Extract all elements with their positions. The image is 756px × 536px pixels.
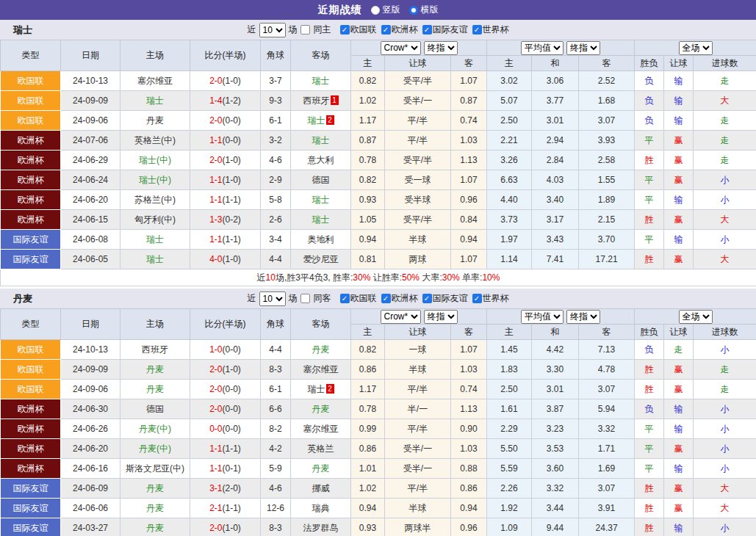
away-team-cell: 德国	[291, 170, 351, 190]
match-row: 欧国联24-10-13西班牙1-0(0-0)4-4丹麦0.82一球1.071.4…	[1, 340, 756, 360]
avg-draw-cell: 3.01	[532, 380, 579, 399]
league-checkbox-2[interactable]: 国际友谊	[422, 23, 468, 36]
type-cell: 欧洲杯	[1, 419, 61, 439]
checkbox-icon[interactable]	[472, 294, 482, 303]
view-option-horizontal[interactable]: 横版	[409, 4, 439, 16]
team-label: 爱沙尼亚	[303, 254, 339, 264]
checkbox-icon[interactable]	[300, 294, 310, 303]
avg-away-cell: 3.32	[579, 419, 635, 439]
view-option-label[interactable]: 横版	[421, 4, 439, 16]
league-checkbox-3[interactable]: 世界杯	[472, 23, 509, 36]
fulltime-score: 1-3	[209, 214, 222, 225]
same-venue-label[interactable]: 同客	[314, 292, 331, 305]
average-select[interactable]: 平均值	[521, 41, 564, 55]
team-label: 瑞士	[146, 95, 164, 106]
home-team-cell: 瑞士(中)	[120, 151, 190, 170]
league-label[interactable]: 国际友谊	[433, 23, 468, 36]
checkbox-icon[interactable]	[340, 294, 350, 303]
goals-result-cell: 大	[694, 210, 756, 230]
match-count-select[interactable]: 10	[259, 23, 286, 37]
same-venue-checkbox[interactable]: 同客	[300, 292, 331, 305]
score-cell: 1-1(1-1)	[190, 439, 261, 459]
match-row: 国际友谊24-06-05瑞士4-0(1-0)4-4爱沙尼亚0.81两球1.071…	[1, 250, 756, 269]
result-cell: 负	[635, 340, 664, 360]
result-cell: 胜	[635, 250, 664, 269]
summary-row: 近10场,胜3平4负3, 胜率:30% 让胜率:50% 大率:30% 单率:10…	[1, 269, 756, 286]
result-cell: 负	[635, 91, 664, 111]
average-select[interactable]: 平均值	[521, 310, 564, 324]
league-checkbox-2[interactable]: 国际友谊	[422, 292, 468, 305]
result-cell: 胜	[635, 499, 664, 518]
avg-final-odds-select[interactable]: 终指	[566, 310, 600, 324]
checkbox-icon[interactable]	[381, 294, 391, 303]
fulltime-score: 1-1	[209, 135, 222, 145]
final-odds-select[interactable]: 终指	[424, 310, 458, 324]
league-checkbox-3[interactable]: 世界杯	[472, 292, 509, 305]
team-label: 匈牙利(中)	[134, 214, 176, 225]
group-header: 全场	[635, 309, 756, 325]
avg-home-cell: 1.14	[487, 250, 532, 269]
bookmaker-select[interactable]: Crow*	[381, 41, 421, 55]
sub-col-header: 让球	[385, 56, 451, 71]
final-odds-select[interactable]: 终指	[424, 41, 458, 55]
league-label[interactable]: 世界杯	[483, 292, 509, 305]
team-label: 德国	[312, 175, 330, 185]
league-checkbox-1[interactable]: 欧洲杯	[381, 292, 418, 305]
full-match-select[interactable]: 全场	[679, 41, 713, 55]
league-label[interactable]: 国际友谊	[433, 292, 468, 305]
match-count-select[interactable]: 10	[259, 291, 286, 306]
league-label[interactable]: 欧洲杯	[392, 23, 418, 36]
team-label: 瑞典	[312, 503, 330, 513]
team-label: 德国	[146, 404, 164, 414]
team-header-row: 丹麦近10场同客欧国联欧洲杯国际友谊世界杯	[0, 289, 756, 308]
sub-col-header: 主	[487, 325, 532, 340]
league-label[interactable]: 欧国联	[350, 23, 377, 36]
same-venue-checkbox[interactable]: 同主	[300, 23, 331, 36]
type-cell: 欧洲杯	[1, 459, 61, 479]
avg-away-cell: 3.07	[579, 479, 635, 499]
type-cell: 欧国联	[1, 360, 61, 380]
league-checkbox-0[interactable]: 欧国联	[340, 292, 377, 305]
avg-home-cell: 1.45	[487, 340, 532, 360]
league-checkbox-0[interactable]: 欧国联	[340, 23, 377, 36]
odds-away-cell: 0.94	[451, 499, 487, 518]
checkbox-icon[interactable]	[340, 25, 350, 35]
result-cell: 平	[635, 419, 664, 439]
league-checkbox-1[interactable]: 欧洲杯	[381, 23, 418, 36]
view-option-vertical[interactable]: 竖版	[371, 4, 400, 16]
avg-away-cell: 1.89	[579, 190, 635, 210]
odds-home-cell: 0.87	[351, 131, 385, 151]
odds-handicap-cell: 半球	[385, 499, 451, 518]
full-match-select[interactable]: 全场	[679, 310, 713, 324]
league-label[interactable]: 欧洲杯	[392, 292, 418, 305]
halftime-score: (1-1)	[223, 443, 241, 454]
radio-icon-horizontal[interactable]	[409, 6, 418, 15]
league-label[interactable]: 欧国联	[350, 292, 377, 305]
halftime-score: (0-0)	[223, 384, 241, 394]
same-venue-label[interactable]: 同主	[314, 23, 331, 36]
checkbox-icon[interactable]	[422, 294, 432, 303]
avg-home-cell: 1.09	[487, 518, 532, 536]
checkbox-icon[interactable]	[381, 25, 391, 35]
date-cell: 24-06-08	[61, 230, 120, 250]
radio-icon-vertical[interactable]	[371, 6, 380, 15]
home-team-cell: 丹麦(中)	[120, 439, 190, 459]
odds-away-cell: 0.74	[451, 111, 487, 131]
checkbox-icon[interactable]	[472, 25, 482, 35]
checkbox-icon[interactable]	[422, 25, 432, 35]
team-label: 丹麦	[312, 404, 330, 414]
avg-final-odds-select[interactable]: 终指	[566, 41, 600, 55]
score-cell: 1-1(1-0)	[190, 170, 261, 190]
league-label[interactable]: 世界杯	[483, 23, 509, 36]
team-label: 瑞士(中)	[139, 175, 171, 185]
view-option-label[interactable]: 竖版	[383, 4, 400, 16]
type-cell: 欧国联	[1, 91, 61, 111]
handicap-result-cell: 输	[664, 419, 694, 439]
col-header: 角球	[261, 309, 291, 340]
halftime-score: (1-0)	[223, 155, 241, 165]
odds-away-cell: 1.03	[451, 360, 487, 380]
bookmaker-select[interactable]: Crow*	[381, 310, 421, 324]
avg-home-cell: 3.73	[487, 210, 532, 230]
checkbox-icon[interactable]	[300, 25, 310, 35]
team-label: 瑞士	[146, 234, 164, 245]
